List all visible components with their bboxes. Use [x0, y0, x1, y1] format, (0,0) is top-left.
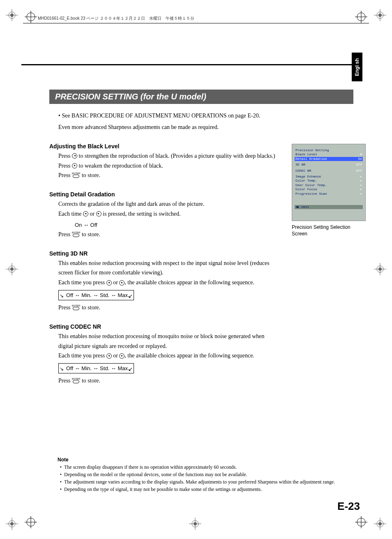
- left-button-icon: [106, 353, 112, 359]
- registration-mark-icon: [189, 518, 201, 530]
- crop-mark-icon: [355, 11, 367, 23]
- osd-item: Color Temp.: [295, 179, 317, 183]
- osd-item: User Color Temp.: [295, 183, 327, 187]
- intro-text: Even more advanced Sharpness adjustments…: [58, 123, 353, 132]
- enter-button-icon: ENTER: [72, 304, 80, 310]
- osd-item-selected: Detail Gradation: [295, 157, 327, 161]
- right-button-icon: [72, 163, 77, 168]
- text: or: [88, 211, 96, 217]
- osd-item: Image Enhance: [295, 175, 321, 179]
- top-rule: [21, 64, 362, 65]
- osd-item: Black Level: [295, 152, 317, 157]
- language-tab: English: [352, 53, 362, 81]
- left-button-icon: [83, 211, 88, 217]
- codec-line-3: Press ENTER to store.: [58, 376, 353, 386]
- text: Each time you press: [58, 352, 106, 359]
- registration-mark-icon: [374, 9, 386, 21]
- text: to store.: [80, 231, 100, 237]
- text: , the available choices appear in the fo…: [125, 352, 254, 359]
- text: Press: [58, 378, 72, 384]
- section-title: PRECISION SETTING (for the U model): [49, 90, 353, 104]
- text: to weaken the reproduction of black.: [77, 163, 163, 169]
- text: or: [112, 279, 120, 286]
- nr3d-line-2: Each time you press or , the available c…: [58, 278, 353, 288]
- text: to strengthen the reproduction of black.…: [77, 153, 275, 159]
- sequence-text: Off ↔ Min. ↔ Std. ↔ Max.: [66, 292, 129, 298]
- text: Press: [58, 163, 72, 169]
- codec-sequence-box: ↘Off ↔ Min. ↔ Std. ↔ Max.↙: [58, 363, 134, 373]
- page-number: E-23: [337, 500, 360, 513]
- registration-mark-icon: [6, 518, 18, 530]
- note-item: Depending on the type of signal, it may …: [64, 486, 353, 493]
- registration-mark-icon: [374, 263, 386, 275]
- intro-reference: See BASIC PROCEDURE OF ADJUSTMENT MENU O…: [58, 111, 353, 120]
- sequence-text: Off ↔ Min. ↔ Std. ↔ Max.: [66, 365, 129, 371]
- codec-line-2: Each time you press or , the available c…: [58, 351, 353, 361]
- text: Press: [58, 172, 72, 178]
- right-button-icon: [119, 280, 125, 286]
- osd-item: 3D NR: [295, 163, 305, 167]
- osd-screen: Precision Setting Black Level0 Detail Gr…: [292, 144, 366, 221]
- print-header-meta: MHD01661-02_E.book 23 ページ ２００４年１２月２２日 水曜…: [38, 16, 194, 21]
- osd-item: Color Focus: [295, 187, 317, 191]
- note-item: Depending on the model or the optional d…: [64, 472, 353, 478]
- osd-arrow-icon: ▸: [360, 179, 362, 183]
- nr3d-line-1: This enables noise reduction processing …: [58, 258, 272, 278]
- nr3d-sequence-box: ↘Off ↔ Min. ↔ Std. ↔ Max.↙: [58, 290, 134, 300]
- header-rule: [23, 23, 369, 23]
- heading-3d-nr: Setting 3D NR: [49, 250, 353, 257]
- text: Press: [58, 153, 72, 159]
- left-button-icon: [72, 153, 77, 159]
- heading-codec-nr: Setting CODEC NR: [49, 323, 353, 330]
- crop-mark-icon: [355, 516, 367, 528]
- registration-mark-icon: [374, 518, 386, 530]
- enter-button-icon: ENTER: [72, 378, 80, 383]
- text: to store.: [80, 304, 100, 311]
- osd-value: On: [358, 157, 362, 161]
- left-button-icon: [106, 280, 112, 286]
- osd-value: Off: [356, 169, 362, 173]
- nr3d-line-3: Press ENTER to store.: [58, 303, 353, 313]
- note-item: The adjustment range varies according to…: [64, 479, 353, 485]
- osd-arrow-icon: ▸: [360, 192, 362, 196]
- osd-caption: Precision Setting Selection Screen: [292, 224, 366, 237]
- osd-arrow-icon: ▸: [360, 175, 362, 179]
- enter-button-icon: ENTER: [72, 231, 80, 237]
- text: Press: [58, 304, 72, 311]
- text: or: [112, 352, 120, 359]
- text: to store.: [80, 378, 100, 384]
- notes-heading: Note: [58, 457, 353, 463]
- registration-mark-icon: [6, 9, 18, 21]
- text: to store.: [80, 172, 100, 178]
- osd-item: Progressive Scan: [295, 192, 327, 196]
- osd-value: Off: [356, 163, 362, 167]
- enter-button-icon: ENTER: [72, 172, 80, 178]
- osd-title: Precision Setting: [295, 148, 329, 152]
- text: Each time: [58, 211, 83, 217]
- right-button-icon: [96, 211, 101, 217]
- crop-mark-icon: [25, 516, 37, 528]
- text: , the available choices appear in the fo…: [125, 279, 254, 286]
- crop-mark-icon: [25, 11, 37, 23]
- text: Each time you press: [58, 279, 106, 286]
- osd-preview: Precision Setting Black Level0 Detail Gr…: [292, 144, 366, 237]
- codec-line-1: This enables noise reduction processing …: [58, 332, 272, 351]
- osd-value: 0: [360, 152, 362, 157]
- osd-arrow-icon: ▸: [360, 187, 362, 191]
- osd-nav-hint: ◀▶ next: [295, 205, 363, 209]
- note-item: The screen display disappears if there i…: [64, 464, 353, 470]
- text: Press: [58, 231, 72, 237]
- right-button-icon: [119, 353, 125, 359]
- registration-mark-icon: [6, 263, 18, 275]
- osd-item: CODEC NR: [295, 169, 311, 173]
- osd-arrow-icon: ▸: [360, 183, 362, 187]
- text: is pressed, the setting is switched.: [101, 211, 181, 217]
